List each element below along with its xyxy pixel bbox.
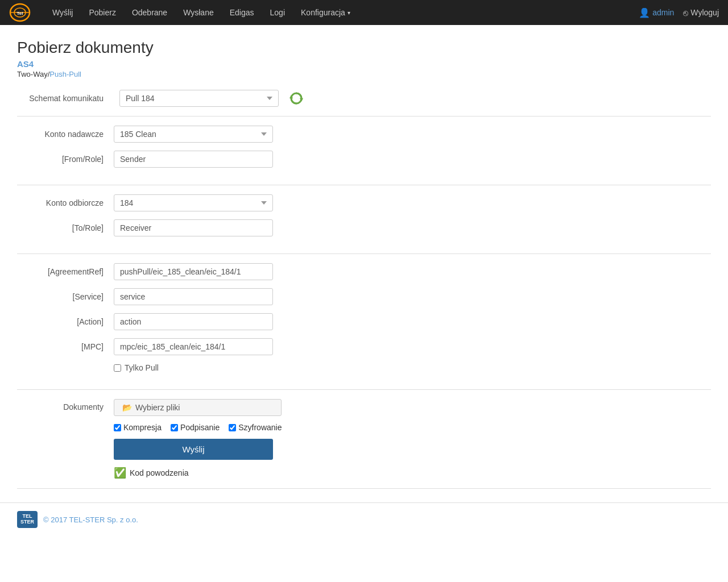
agreement-ref-input[interactable]	[114, 263, 273, 280]
footer-copyright: © 2017 TEL-STER Sp. z o.o.	[43, 516, 138, 524]
subtitle2-text: Two-Way/	[17, 70, 49, 78]
logout-icon: ⎋	[683, 8, 688, 18]
agreement-ref-row: [AgreementRef]	[17, 263, 711, 280]
kompresja-checkbox-label[interactable]: Kompresja	[114, 423, 162, 432]
szyfrowanie-checkbox-label[interactable]: Szyfrowanie	[229, 423, 282, 432]
dokumenty-label: Dokumenty	[17, 399, 114, 411]
konto-nadawcze-row: Konto nadawcze 185 Clean 185 Other	[17, 126, 711, 143]
nav-wysylij[interactable]: Wyślij	[44, 0, 81, 25]
konto-odbiorcze-row: Konto odbiorcze 184 185	[17, 194, 711, 211]
nav-wyslane[interactable]: Wysłane	[175, 0, 222, 25]
user-menu[interactable]: 👤 admin	[639, 7, 674, 18]
podpisanie-checkbox[interactable]	[171, 424, 178, 431]
nav-items: Wyślij Pobierz Odebrane Wysłane Edigas L…	[44, 0, 639, 25]
dokumenty-inner: Dokumenty 📂 Wybierz pliki Kompresja Podp…	[17, 399, 711, 479]
success-message: ✅ Kod powodzenia	[114, 467, 282, 479]
agreement-ref-label: [AgreementRef]	[17, 267, 114, 276]
podpisanie-checkbox-label[interactable]: Podpisanie	[171, 423, 220, 432]
from-role-label: [From/Role]	[17, 155, 114, 164]
dokumenty-section: Dokumenty 📂 Wybierz pliki Kompresja Podp…	[17, 390, 711, 489]
navbar: Tel Tel COMM Wyślij Pobierz Odebrane Wys…	[0, 0, 728, 25]
service-label: [Service]	[17, 292, 114, 301]
nav-pobierz[interactable]: Pobierz	[81, 0, 123, 25]
refresh-svg	[289, 91, 304, 106]
konto-odbiorcze-label: Konto odbiorcze	[17, 198, 114, 207]
to-role-label: [To/Role]	[17, 223, 114, 232]
success-icon: ✅	[114, 467, 126, 479]
nav-konfiguracja[interactable]: Konfiguracja ▾	[293, 0, 358, 25]
wysylij-button[interactable]: Wyślij	[114, 439, 273, 460]
folder-icon: 📂	[122, 403, 132, 412]
konto-nadawcze-label: Konto nadawcze	[17, 130, 114, 139]
user-label: admin	[652, 8, 674, 17]
mpc-row: [MPC]	[17, 338, 711, 355]
tylko-pull-row: Tylko Pull	[114, 363, 711, 372]
kompresja-checkbox[interactable]	[114, 424, 121, 431]
mpc-label: [MPC]	[17, 342, 114, 351]
dropdown-arrow-icon: ▾	[348, 10, 350, 16]
dokumenty-content: 📂 Wybierz pliki Kompresja Podpisanie Szy…	[114, 399, 282, 479]
to-role-row: [To/Role]	[17, 219, 711, 236]
schemat-row: Schemat komunikatu Pull 184 Push 184 Pul…	[17, 90, 711, 107]
action-label: [Action]	[17, 317, 114, 326]
brand-logo: Tel Tel COMM	[9, 3, 33, 22]
nav-odebrane[interactable]: Odebrane	[124, 0, 175, 25]
agreement-section: [AgreementRef] [Service] [Action] [MPC] …	[17, 254, 711, 390]
options-checkboxes: Kompresja Podpisanie Szyfrowanie	[114, 423, 282, 432]
page-subtitle2: Two-Way/Push-Pull	[17, 70, 711, 78]
telcomm-logo-icon: Tel	[9, 3, 31, 22]
service-input[interactable]	[114, 288, 273, 305]
footer: TEL STER © 2017 TEL-STER Sp. z o.o.	[0, 502, 728, 536]
service-row: [Service]	[17, 288, 711, 305]
logout-button[interactable]: ⎋ Wyloguj	[683, 8, 719, 18]
konto-odbiorcze-select[interactable]: 184 185	[114, 194, 273, 211]
nav-edigas[interactable]: Edigas	[222, 0, 262, 25]
svg-text:Tel: Tel	[17, 11, 23, 16]
subtitle2-link[interactable]: Push-Pull	[49, 70, 81, 78]
nav-logi[interactable]: Logi	[262, 0, 293, 25]
wybierz-pliki-button[interactable]: 📂 Wybierz pliki	[114, 399, 282, 416]
tylko-pull-checkbox[interactable]	[114, 364, 121, 372]
konto-odbiorcze-section: Konto odbiorcze 184 185 [To/Role]	[17, 185, 711, 254]
navbar-right: 👤 admin ⎋ Wyloguj	[639, 7, 719, 18]
main-content: Pobierz dokumenty AS4 Two-Way/Push-Pull …	[0, 25, 728, 502]
schemat-select[interactable]: Pull 184 Push 184 Pull 185 Push 185	[119, 90, 279, 107]
konto-nadawcze-select[interactable]: 185 Clean 185 Other	[114, 126, 273, 143]
action-row: [Action]	[17, 313, 711, 330]
konto-nadawcze-section: Konto nadawcze 185 Clean 185 Other [From…	[17, 117, 711, 185]
refresh-icon[interactable]	[289, 91, 304, 106]
szyfrowanie-checkbox[interactable]	[229, 424, 236, 431]
mpc-input[interactable]	[114, 338, 273, 355]
user-icon: 👤	[639, 7, 650, 18]
page-subtitle: AS4	[17, 59, 711, 69]
footer-logo: TEL STER	[17, 511, 38, 528]
page-title: Pobierz dokumenty	[17, 39, 711, 57]
to-role-input[interactable]	[114, 219, 273, 236]
tylko-pull-label: Tylko Pull	[125, 363, 159, 372]
schemat-label: Schemat komunikatu	[17, 94, 114, 103]
from-role-row: [From/Role]	[17, 151, 711, 168]
from-role-input[interactable]	[114, 151, 273, 168]
action-input[interactable]	[114, 313, 273, 330]
